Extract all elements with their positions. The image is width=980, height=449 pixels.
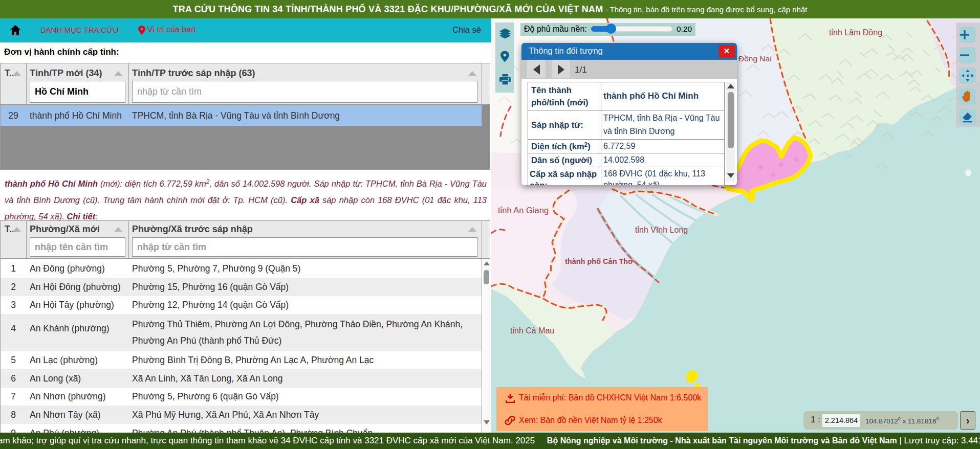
svg-text:tỉnh Lâm Đồng: tỉnh Lâm Đồng — [829, 28, 882, 37]
svg-text:thành phố Cần Thơ: thành phố Cần Thơ — [565, 257, 634, 265]
svg-text:tỉnh An Giang: tỉnh An Giang — [498, 206, 549, 215]
svg-text:tỉnh Vĩnh Long: tỉnh Vĩnh Long — [635, 226, 688, 234]
svg-text:tỉnh Cà Mau: tỉnh Cà Mau — [510, 326, 554, 335]
svg-text:Đồng Nai: Đồng Nai — [738, 54, 772, 63]
